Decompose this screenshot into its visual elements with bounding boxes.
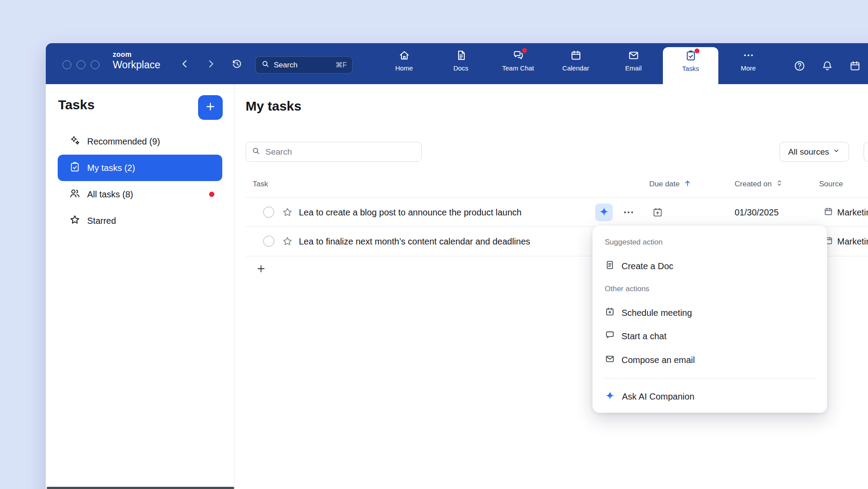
- zoom-workplace-window: zoom Workplace: [46, 43, 868, 489]
- menu-item-schedule-meeting[interactable]: Schedule meeting: [600, 303, 820, 322]
- history-icon: [231, 58, 243, 72]
- nav-label: Team Chat: [502, 64, 534, 72]
- sidebar-scrollbar[interactable]: [47, 487, 234, 489]
- menu-section-label: Other actions: [605, 285, 649, 293]
- nav-more[interactable]: More: [722, 49, 775, 72]
- task-checkbox[interactable]: [263, 207, 274, 218]
- nav-calendar[interactable]: Calendar: [549, 49, 602, 72]
- search-shortcut: ⌘F: [335, 61, 347, 69]
- source-cell: Marketing: [824, 227, 868, 256]
- ai-companion-button[interactable]: [595, 204, 613, 221]
- tab-tasks-active[interactable]: Tasks: [663, 47, 718, 84]
- desktop: zoom Workplace: [0, 0, 868, 489]
- nav-label: Home: [395, 64, 413, 72]
- nav-home[interactable]: Home: [378, 49, 430, 72]
- calendar-icon: [849, 60, 861, 74]
- calendar-plus-icon: [605, 307, 615, 319]
- chevron-down-icon: [832, 147, 840, 157]
- menu-item-label: Compose an email: [622, 355, 695, 365]
- global-search[interactable]: Search ⌘F: [255, 56, 353, 74]
- back-button[interactable]: [177, 57, 192, 72]
- star-icon[interactable]: [282, 236, 293, 249]
- add-task-inline-button[interactable]: [254, 263, 268, 276]
- history-button[interactable]: [229, 57, 244, 72]
- forward-button[interactable]: [203, 57, 218, 72]
- dropdown-label: All sources: [788, 147, 829, 157]
- envelope-icon: [605, 354, 615, 366]
- app-logo: zoom Workplace: [113, 51, 160, 70]
- sidebar-item-label: Starred: [87, 216, 116, 226]
- search-input[interactable]: [265, 147, 416, 157]
- task-title: Lea to create a blog post to announce th…: [299, 198, 522, 227]
- table-header: Task Due date Created on Source: [246, 176, 868, 192]
- calendar-icon: [824, 207, 833, 219]
- col-due-date[interactable]: Due date: [649, 176, 692, 192]
- sidebar-item-recommended[interactable]: Recommended (9): [58, 128, 222, 155]
- docs-icon: [455, 49, 467, 61]
- bell-icon: [821, 60, 833, 74]
- menu-item-ask-ai-companion[interactable]: Ask AI Companion: [600, 387, 820, 406]
- ai-actions-menu: Suggested action Create a Doc Other acti…: [592, 226, 827, 413]
- all-sources-dropdown[interactable]: All sources: [780, 142, 849, 162]
- window-zoom-button[interactable]: [91, 60, 99, 69]
- menu-item-compose-email[interactable]: Compose an email: [600, 350, 820, 370]
- window-close-button[interactable]: [63, 60, 71, 69]
- col-source: Source: [819, 176, 843, 192]
- sidebar-item-my-tasks[interactable]: My tasks (2): [58, 155, 222, 181]
- people-icon: [69, 188, 81, 201]
- doc-icon: [605, 260, 615, 272]
- main-content: My tasks All sources Task Due date: [235, 84, 868, 489]
- task-checkbox[interactable]: [263, 236, 274, 247]
- logo-zoom: zoom: [113, 51, 160, 58]
- ai-sparkle-icon: [605, 390, 615, 403]
- menu-item-label: Start a chat: [622, 331, 666, 341]
- help-button[interactable]: [792, 59, 807, 74]
- window-controls: [63, 60, 99, 69]
- chat-icon: [605, 330, 615, 342]
- clipped-edge-button[interactable]: [864, 142, 868, 162]
- team-chat-icon: [512, 49, 524, 61]
- col-created-on[interactable]: Created on: [735, 176, 783, 192]
- menu-divider: [604, 378, 815, 379]
- source-label: Marketing: [837, 207, 868, 218]
- window-minimize-button[interactable]: [77, 60, 85, 69]
- menu-item-label: Schedule meeting: [622, 308, 692, 318]
- tasks-icon: [685, 50, 697, 62]
- mini-calendar-button[interactable]: [847, 59, 862, 74]
- search-placeholder: Search: [274, 61, 298, 70]
- menu-item-create-doc[interactable]: Create a Doc: [600, 256, 820, 276]
- more-icon: [743, 49, 754, 61]
- nav-label: Email: [625, 64, 642, 72]
- nav-docs[interactable]: Docs: [434, 49, 487, 72]
- plus-icon: [205, 101, 216, 114]
- sidebar-item-starred[interactable]: Starred: [58, 207, 222, 234]
- created-on-value: 01/30/2025: [735, 198, 779, 227]
- task-title: Lea to finalize next month’s content cal…: [299, 227, 530, 256]
- nav-label: Tasks: [682, 65, 699, 72]
- task-row[interactable]: Lea to create a blog post to announce th…: [246, 197, 868, 227]
- search-icon: [251, 146, 261, 157]
- nav-email[interactable]: Email: [607, 49, 660, 72]
- menu-section-label: Suggested action: [605, 238, 662, 247]
- add-task-button[interactable]: [198, 95, 223, 120]
- sidebar-item-all-tasks[interactable]: All tasks (8): [58, 181, 222, 207]
- nav-label: Calendar: [563, 64, 589, 72]
- page-title: My tasks: [246, 99, 302, 114]
- chevron-left-icon: [179, 58, 191, 71]
- nav-team-chat[interactable]: Team Chat: [492, 49, 544, 72]
- add-due-date-button[interactable]: [652, 207, 663, 220]
- row-more-button[interactable]: [622, 206, 635, 221]
- notifications-button[interactable]: [820, 59, 835, 74]
- plus-icon: [256, 263, 266, 276]
- sort-ascending-icon: [683, 179, 692, 190]
- col-task: Task: [253, 176, 268, 192]
- menu-item-label: Create a Doc: [622, 261, 673, 271]
- star-icon[interactable]: [282, 207, 293, 220]
- nav-label: More: [741, 64, 756, 72]
- notification-dot: [522, 48, 527, 53]
- sidebar: Tasks Recommended (9) My tasks (2): [46, 84, 235, 489]
- calendar-icon: [570, 49, 582, 61]
- source-label: Marketing: [837, 237, 868, 247]
- home-icon: [398, 49, 410, 61]
- menu-item-start-chat[interactable]: Start a chat: [600, 326, 820, 346]
